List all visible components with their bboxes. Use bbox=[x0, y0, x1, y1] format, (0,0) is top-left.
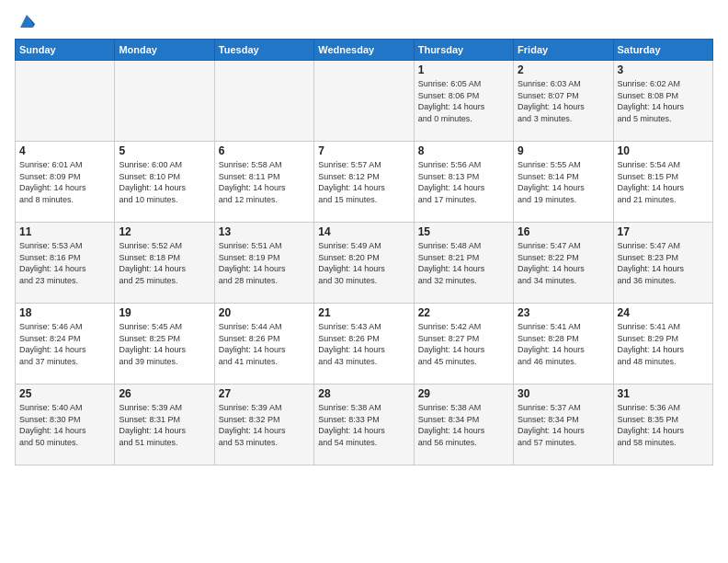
day-number: 2 bbox=[518, 63, 609, 76]
day-info: Sunrise: 5:48 AM Sunset: 8:21 PM Dayligh… bbox=[418, 240, 509, 286]
day-number: 22 bbox=[418, 306, 509, 319]
day-number: 20 bbox=[219, 306, 310, 319]
day-number: 10 bbox=[618, 144, 709, 157]
day-info: Sunrise: 5:44 AM Sunset: 8:26 PM Dayligh… bbox=[219, 321, 310, 367]
day-number: 31 bbox=[618, 387, 709, 400]
calendar-header-row: Sunday Monday Tuesday Wednesday Thursday… bbox=[16, 40, 713, 61]
day-number: 11 bbox=[19, 225, 110, 238]
day-info: Sunrise: 5:40 AM Sunset: 8:30 PM Dayligh… bbox=[19, 402, 110, 448]
col-thursday: Thursday bbox=[414, 40, 513, 61]
day-number: 17 bbox=[618, 225, 709, 238]
table-row: 24Sunrise: 5:41 AM Sunset: 8:29 PM Dayli… bbox=[613, 304, 712, 385]
table-row: 25Sunrise: 5:40 AM Sunset: 8:30 PM Dayli… bbox=[16, 385, 115, 465]
logo bbox=[15, 11, 37, 31]
day-info: Sunrise: 5:51 AM Sunset: 8:19 PM Dayligh… bbox=[219, 240, 310, 286]
day-number: 13 bbox=[219, 225, 310, 238]
table-row bbox=[16, 61, 115, 142]
table-row: 18Sunrise: 5:46 AM Sunset: 8:24 PM Dayli… bbox=[16, 304, 115, 385]
calendar-week-row: 25Sunrise: 5:40 AM Sunset: 8:30 PM Dayli… bbox=[16, 385, 713, 465]
day-number: 1 bbox=[418, 63, 509, 76]
day-number: 26 bbox=[119, 387, 210, 400]
day-info: Sunrise: 5:56 AM Sunset: 8:13 PM Dayligh… bbox=[418, 159, 509, 205]
day-info: Sunrise: 6:00 AM Sunset: 8:10 PM Dayligh… bbox=[119, 159, 210, 205]
table-row: 8Sunrise: 5:56 AM Sunset: 8:13 PM Daylig… bbox=[414, 142, 513, 223]
day-info: Sunrise: 5:38 AM Sunset: 8:34 PM Dayligh… bbox=[418, 402, 509, 448]
table-row: 20Sunrise: 5:44 AM Sunset: 8:26 PM Dayli… bbox=[214, 304, 313, 385]
day-info: Sunrise: 6:03 AM Sunset: 8:07 PM Dayligh… bbox=[518, 78, 609, 124]
logo-icon bbox=[17, 11, 37, 31]
day-info: Sunrise: 5:45 AM Sunset: 8:25 PM Dayligh… bbox=[119, 321, 210, 367]
day-info: Sunrise: 5:52 AM Sunset: 8:18 PM Dayligh… bbox=[119, 240, 210, 286]
day-number: 21 bbox=[318, 306, 409, 319]
table-row: 2Sunrise: 6:03 AM Sunset: 8:07 PM Daylig… bbox=[514, 61, 613, 142]
col-tuesday: Tuesday bbox=[214, 40, 313, 61]
table-row: 26Sunrise: 5:39 AM Sunset: 8:31 PM Dayli… bbox=[115, 385, 214, 465]
table-row: 10Sunrise: 5:54 AM Sunset: 8:15 PM Dayli… bbox=[613, 142, 712, 223]
day-number: 15 bbox=[418, 225, 509, 238]
col-saturday: Saturday bbox=[613, 40, 712, 61]
day-number: 7 bbox=[318, 144, 409, 157]
table-row: 28Sunrise: 5:38 AM Sunset: 8:33 PM Dayli… bbox=[314, 385, 414, 465]
day-number: 3 bbox=[618, 63, 709, 76]
day-info: Sunrise: 5:36 AM Sunset: 8:35 PM Dayligh… bbox=[618, 402, 709, 448]
col-sunday: Sunday bbox=[16, 40, 115, 61]
day-number: 25 bbox=[19, 387, 110, 400]
day-info: Sunrise: 5:41 AM Sunset: 8:29 PM Dayligh… bbox=[618, 321, 709, 367]
day-info: Sunrise: 5:47 AM Sunset: 8:22 PM Dayligh… bbox=[518, 240, 609, 286]
table-row: 1Sunrise: 6:05 AM Sunset: 8:06 PM Daylig… bbox=[414, 61, 513, 142]
table-row: 22Sunrise: 5:42 AM Sunset: 8:27 PM Dayli… bbox=[414, 304, 513, 385]
table-row: 17Sunrise: 5:47 AM Sunset: 8:23 PM Dayli… bbox=[613, 223, 712, 304]
day-info: Sunrise: 6:01 AM Sunset: 8:09 PM Dayligh… bbox=[19, 159, 110, 205]
table-row: 21Sunrise: 5:43 AM Sunset: 8:26 PM Dayli… bbox=[314, 304, 414, 385]
day-info: Sunrise: 6:02 AM Sunset: 8:08 PM Dayligh… bbox=[618, 78, 709, 124]
day-number: 16 bbox=[518, 225, 609, 238]
table-row: 7Sunrise: 5:57 AM Sunset: 8:12 PM Daylig… bbox=[314, 142, 414, 223]
day-info: Sunrise: 5:38 AM Sunset: 8:33 PM Dayligh… bbox=[318, 402, 409, 448]
table-row: 13Sunrise: 5:51 AM Sunset: 8:19 PM Dayli… bbox=[214, 223, 313, 304]
table-row: 23Sunrise: 5:41 AM Sunset: 8:28 PM Dayli… bbox=[514, 304, 613, 385]
calendar-week-row: 11Sunrise: 5:53 AM Sunset: 8:16 PM Dayli… bbox=[16, 223, 713, 304]
day-info: Sunrise: 5:39 AM Sunset: 8:32 PM Dayligh… bbox=[219, 402, 310, 448]
table-row bbox=[115, 61, 214, 142]
day-info: Sunrise: 5:42 AM Sunset: 8:27 PM Dayligh… bbox=[418, 321, 509, 367]
day-number: 12 bbox=[119, 225, 210, 238]
calendar-week-row: 4Sunrise: 6:01 AM Sunset: 8:09 PM Daylig… bbox=[16, 142, 713, 223]
day-number: 5 bbox=[119, 144, 210, 157]
table-row: 14Sunrise: 5:49 AM Sunset: 8:20 PM Dayli… bbox=[314, 223, 414, 304]
table-row bbox=[314, 61, 414, 142]
table-row bbox=[214, 61, 313, 142]
day-number: 23 bbox=[518, 306, 609, 319]
day-info: Sunrise: 5:54 AM Sunset: 8:15 PM Dayligh… bbox=[618, 159, 709, 205]
table-row: 16Sunrise: 5:47 AM Sunset: 8:22 PM Dayli… bbox=[514, 223, 613, 304]
day-info: Sunrise: 5:49 AM Sunset: 8:20 PM Dayligh… bbox=[318, 240, 409, 286]
table-row: 5Sunrise: 6:00 AM Sunset: 8:10 PM Daylig… bbox=[115, 142, 214, 223]
day-info: Sunrise: 5:47 AM Sunset: 8:23 PM Dayligh… bbox=[618, 240, 709, 286]
day-info: Sunrise: 5:37 AM Sunset: 8:34 PM Dayligh… bbox=[518, 402, 609, 448]
day-number: 27 bbox=[219, 387, 310, 400]
day-number: 9 bbox=[518, 144, 609, 157]
calendar-table: Sunday Monday Tuesday Wednesday Thursday… bbox=[15, 39, 713, 465]
day-number: 18 bbox=[19, 306, 110, 319]
col-monday: Monday bbox=[115, 40, 214, 61]
day-info: Sunrise: 5:41 AM Sunset: 8:28 PM Dayligh… bbox=[518, 321, 609, 367]
day-info: Sunrise: 5:46 AM Sunset: 8:24 PM Dayligh… bbox=[19, 321, 110, 367]
day-number: 19 bbox=[119, 306, 210, 319]
table-row: 3Sunrise: 6:02 AM Sunset: 8:08 PM Daylig… bbox=[613, 61, 712, 142]
day-info: Sunrise: 5:58 AM Sunset: 8:11 PM Dayligh… bbox=[219, 159, 310, 205]
table-row: 4Sunrise: 6:01 AM Sunset: 8:09 PM Daylig… bbox=[16, 142, 115, 223]
day-info: Sunrise: 5:55 AM Sunset: 8:14 PM Dayligh… bbox=[518, 159, 609, 205]
calendar-week-row: 18Sunrise: 5:46 AM Sunset: 8:24 PM Dayli… bbox=[16, 304, 713, 385]
col-wednesday: Wednesday bbox=[314, 40, 414, 61]
table-row: 19Sunrise: 5:45 AM Sunset: 8:25 PM Dayli… bbox=[115, 304, 214, 385]
table-row: 31Sunrise: 5:36 AM Sunset: 8:35 PM Dayli… bbox=[613, 385, 712, 465]
table-row: 15Sunrise: 5:48 AM Sunset: 8:21 PM Dayli… bbox=[414, 223, 513, 304]
day-number: 4 bbox=[19, 144, 110, 157]
table-row: 29Sunrise: 5:38 AM Sunset: 8:34 PM Dayli… bbox=[414, 385, 513, 465]
table-row: 30Sunrise: 5:37 AM Sunset: 8:34 PM Dayli… bbox=[514, 385, 613, 465]
table-row: 9Sunrise: 5:55 AM Sunset: 8:14 PM Daylig… bbox=[514, 142, 613, 223]
calendar-week-row: 1Sunrise: 6:05 AM Sunset: 8:06 PM Daylig… bbox=[16, 61, 713, 142]
day-info: Sunrise: 6:05 AM Sunset: 8:06 PM Dayligh… bbox=[418, 78, 509, 124]
day-number: 30 bbox=[518, 387, 609, 400]
col-friday: Friday bbox=[514, 40, 613, 61]
day-number: 14 bbox=[318, 225, 409, 238]
